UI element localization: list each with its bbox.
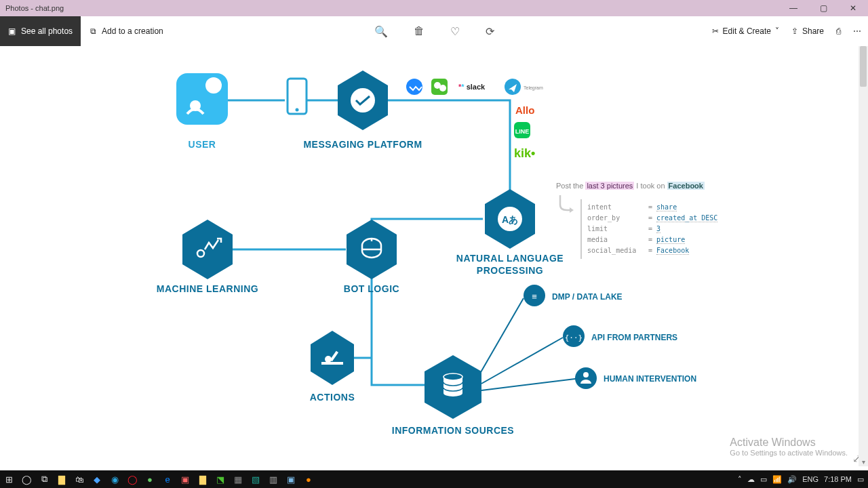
slack-label: slack: [467, 83, 486, 91]
task-view-icon[interactable]: ⧉: [35, 470, 53, 488]
clock[interactable]: 7:18 PM: [824, 475, 852, 483]
wifi-icon[interactable]: 📶: [772, 475, 782, 484]
actions-label: ACTIONS: [310, 392, 355, 403]
window-title: Photos - chat.png: [5, 4, 64, 12]
app-icon-5[interactable]: ▇: [194, 470, 212, 488]
svg-point-38: [406, 79, 422, 95]
nlp-fb: Facebook: [667, 182, 705, 190]
battery-icon[interactable]: ▭: [760, 475, 767, 484]
see-all-photos-button[interactable]: ▣ See all photos: [0, 16, 81, 46]
line-label: LINE: [515, 128, 530, 135]
diagram-svg: USER MESSAGING PLATFORM Aあ NATURAL LANGU…: [0, 46, 859, 470]
nlp-prefix: Post the: [556, 182, 585, 190]
telegram-label: Telegram: [524, 85, 543, 91]
rotate-icon[interactable]: ⟳: [486, 25, 494, 38]
svg-text:{··}: {··}: [565, 333, 583, 342]
svg-point-36: [575, 367, 597, 389]
nlp-code-block: intent= shareorder_by= created_at DESCli…: [580, 199, 723, 259]
messaging-label: MESSAGING PLATFORM: [303, 139, 422, 150]
svg-line-4: [478, 298, 524, 377]
svg-line-5: [481, 338, 563, 384]
dmp-label: DMP / DATA LAKE: [552, 292, 623, 302]
ml-label: MACHINE LEARNING: [157, 283, 258, 294]
scrollbar-down-icon[interactable]: ▾: [859, 457, 868, 466]
more-icon[interactable]: ⋯: [853, 26, 861, 36]
svg-rect-23: [321, 362, 343, 365]
platform-logos: ** slack Telegram Allo LINE kik•: [406, 79, 543, 160]
info-sources-label: INFORMATION SOURCES: [392, 425, 514, 436]
app-icon-4[interactable]: ▣: [176, 470, 194, 488]
minimize-button[interactable]: —: [778, 0, 808, 16]
tray-up-icon[interactable]: ˄: [738, 475, 742, 484]
svg-line-6: [481, 378, 580, 390]
titlebar: Photos - chat.png — ▢ ✕: [0, 0, 868, 16]
botlogic-label: BOT LOGIC: [344, 283, 399, 294]
app-icon-8[interactable]: ▧: [247, 470, 264, 488]
print-icon[interactable]: ⎙: [836, 26, 841, 36]
app-toolbar: ▣ See all photos ⧉ Add to a creation 🔍 🗑…: [0, 16, 868, 46]
share-label: Share: [802, 26, 824, 36]
edit-icon: ✂: [712, 26, 719, 36]
favorite-icon[interactable]: ♡: [450, 25, 460, 38]
notifications-icon[interactable]: ▭: [857, 475, 864, 484]
edit-create-button[interactable]: ✂ Edit & Create ˅: [712, 26, 779, 36]
nlp-label-1: NATURAL LANGUAGE: [456, 253, 564, 264]
share-button[interactable]: ⇪ Share: [791, 26, 824, 36]
app-icon-10[interactable]: ●: [300, 470, 317, 488]
svg-point-37: [583, 372, 589, 378]
start-button[interactable]: ⊞: [0, 470, 18, 488]
allo-label: Allo: [515, 104, 534, 116]
api-label: API FROM PARTNERS: [591, 333, 677, 342]
delete-icon[interactable]: 🗑: [414, 25, 425, 38]
collection-icon: ▣: [8, 26, 16, 36]
activate-line-1: Activate Windows: [730, 436, 848, 449]
app-icon-7[interactable]: ▦: [229, 470, 247, 488]
svg-point-41: [439, 85, 446, 92]
user-label: USER: [189, 139, 216, 150]
nlp-highlight: last 3 pictures: [585, 182, 634, 190]
svg-text:** slack: ** slack: [458, 83, 486, 91]
file-explorer-icon[interactable]: ▇: [53, 470, 71, 488]
vertical-scrollbar[interactable]: ▾: [859, 46, 868, 466]
activate-line-2: Go to Settings to activate Windows.: [730, 449, 848, 457]
svg-point-9: [205, 77, 222, 94]
app-icon-1[interactable]: ◆: [88, 470, 106, 488]
svg-text:≡: ≡: [532, 291, 537, 302]
nlp-sample-block: Post the last 3 pictures I took on Faceb…: [556, 182, 723, 259]
volume-icon[interactable]: 🔊: [787, 475, 797, 484]
photos-taskbar-icon[interactable]: ▣: [282, 470, 300, 488]
share-icon: ⇪: [791, 26, 798, 36]
search-icon[interactable]: ◯: [18, 470, 35, 488]
edit-create-label: Edit & Create: [723, 26, 771, 36]
nlp-label-2: PROCESSING: [477, 265, 543, 276]
add-to-creation-button[interactable]: ⧉ Add to a creation: [81, 26, 173, 36]
activate-windows-watermark: Activate Windows Go to Settings to activ…: [730, 436, 848, 457]
language-indicator[interactable]: ENG: [802, 475, 818, 483]
nlp-mid: I took on: [634, 182, 667, 190]
svg-marker-20: [182, 220, 233, 279]
opera-icon[interactable]: ◯: [123, 470, 141, 488]
svg-text:Aあ: Aあ: [502, 214, 518, 225]
app-icon-3[interactable]: ●: [141, 470, 159, 488]
see-all-label: See all photos: [21, 26, 73, 36]
taskbar[interactable]: ⊞ ◯ ⧉ ▇ 🛍 ◆ ◉ ◯ ● e ▣ ▇ ⬔ ▦ ▧ ▥ ▣ ● ˄ ☁ …: [0, 470, 868, 488]
svg-point-11: [296, 108, 299, 112]
add-creation-label: Add to a creation: [102, 26, 163, 36]
svg-point-13: [351, 88, 375, 113]
svg-text:kik•: kik•: [514, 146, 535, 160]
app-icon-9[interactable]: ▥: [264, 470, 282, 488]
store-icon[interactable]: 🛍: [71, 470, 88, 488]
zoom-icon[interactable]: 🔍: [374, 25, 388, 38]
chevron-down-icon: ˅: [775, 26, 779, 36]
maximize-button[interactable]: ▢: [808, 0, 838, 16]
onedrive-icon[interactable]: ☁: [747, 475, 755, 484]
scrollbar-thumb[interactable]: [860, 46, 867, 87]
edge-icon[interactable]: e: [159, 470, 176, 488]
app-icon-6[interactable]: ⬔: [212, 470, 229, 488]
close-button[interactable]: ✕: [838, 0, 868, 16]
photo-viewport[interactable]: USER MESSAGING PLATFORM Aあ NATURAL LANGU…: [0, 46, 868, 470]
add-icon: ⧉: [90, 26, 96, 36]
arrow-icon: [556, 194, 575, 214]
human-label: HUMAN INTERVENTION: [604, 374, 696, 384]
app-icon-2[interactable]: ◉: [106, 470, 123, 488]
